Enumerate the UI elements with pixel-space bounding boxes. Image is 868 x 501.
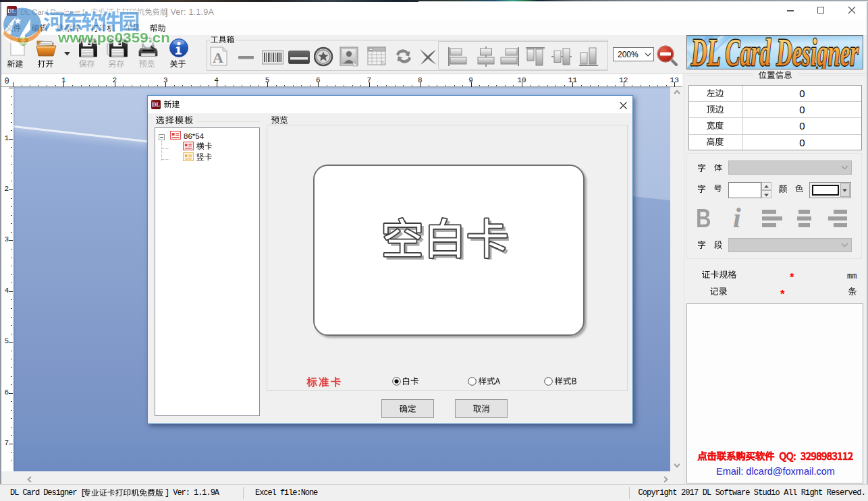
svg-text:A: A xyxy=(213,49,223,66)
svg-text:www.pc0359.cn: www.pc0359.cn xyxy=(57,30,170,45)
svg-text:DL Card Designer: DL Card Designer xyxy=(690,36,859,69)
